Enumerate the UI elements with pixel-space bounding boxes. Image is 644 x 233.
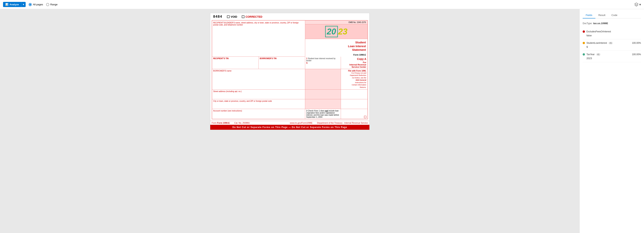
footer-form-name: Form Form 1098-E <box>212 122 230 124</box>
recipient-tin-box: RECIPIENT'S TIN <box>212 57 259 69</box>
right-top-section: OMB No. 1545-1576 20 23 Student Loan Int… <box>305 21 368 57</box>
box1-number: 1 <box>306 58 308 60</box>
field-badge-taxyear: #1 <box>596 53 600 56</box>
top-right-controls: ▾ <box>634 3 641 7</box>
range-radio[interactable] <box>46 3 49 6</box>
field-value-taxyear: 2023 <box>583 57 641 60</box>
privacy-text: For Privacy Act and Paperwork Reduction … <box>342 72 366 89</box>
borrower-tin-label: BORROWER'S TIN <box>260 58 304 60</box>
all-pages-option[interactable]: All pages <box>29 3 43 6</box>
borrower-name-label: BORROWER'S name <box>213 70 304 72</box>
statement-line2: Loan Interest <box>307 44 366 48</box>
privacy-line2: Paperwork Reduction <box>342 74 366 77</box>
statement-line1: Student <box>307 41 366 44</box>
box2-checkbox[interactable] <box>364 116 366 118</box>
recipient-lender-box: RECIPIENT'S/LENDER'S name, street addres… <box>212 21 305 57</box>
field-confidence-loan: 100.00% <box>632 42 641 44</box>
form-top-row: RECIPIENT'S/LENDER'S name, street addres… <box>212 21 368 57</box>
copy-a-label: Copy A <box>342 58 366 61</box>
svg-marker-0 <box>635 3 638 5</box>
account-box: Account number (see instructions) <box>212 109 305 119</box>
right-panel: Fields Result Code DocType: tax.us.1098E… <box>580 9 644 233</box>
do-not-cut-text: Do Not Cut or Separate Forms on This Pag… <box>232 126 347 129</box>
year-logo-box: 20 23 <box>305 24 368 39</box>
void-label: VOID <box>231 15 237 18</box>
loan-interest-label: 1 Student loan interest received by lend… <box>306 58 340 62</box>
analyze-button[interactable]: 📊 Analyze ▾ <box>3 2 26 7</box>
doc-type-value: tax.us.1098E <box>593 22 608 25</box>
tab-fields[interactable]: Fields <box>583 12 596 19</box>
footer-www: www.irs.gov/Form1098E <box>290 122 312 124</box>
box2-checkbox-area <box>341 109 368 119</box>
form-body: RECIPIENT'S/LENDER'S name, street addres… <box>212 20 368 119</box>
privacy-line5: Instructions for <box>342 81 366 84</box>
field-name-taxyear: TaxYear <box>586 53 594 56</box>
field-name-row-loan: StudentLoanInterest #1 100.00% <box>583 42 641 44</box>
tax-form: 8484 VOID CORRECTED RECIPIENT'S/LENDER'S… <box>210 13 370 130</box>
corrected-checkbox[interactable] <box>242 16 244 18</box>
doc-type-row: DocType: tax.us.1098E <box>583 22 641 25</box>
layers-control[interactable]: ▾ <box>634 3 641 7</box>
form-header: 8484 VOID CORRECTED <box>210 13 370 20</box>
form-id-number: 8484 <box>213 15 222 19</box>
field-excludes-fees: ExcludesFeesOrInterest false <box>583 28 641 39</box>
field-name-row-excludes: ExcludesFeesOrInterest <box>583 30 641 33</box>
field-name-row-taxyear: TaxYear #1 100.00% <box>583 53 641 56</box>
copy-a-for: For <box>342 61 366 64</box>
privacy-line7: Returns. <box>342 86 366 89</box>
recipient-lender-label: RECIPIENT'S/LENDER'S name, street addres… <box>213 22 299 26</box>
main-content: 8484 VOID CORRECTED RECIPIENT'S/LENDER'S… <box>0 9 644 233</box>
range-label: Range <box>50 3 58 6</box>
account-label: Account number (see instructions) <box>213 110 304 112</box>
footer-cat: Cat. No. 25088U <box>234 122 250 124</box>
city-empty-right <box>341 99 368 109</box>
copy-a-box: Copy A For Internal Revenue Service Cent… <box>341 57 368 69</box>
copy-a-irs-line2: Service Center <box>342 66 366 68</box>
city-label: City or town, state or province, country… <box>213 100 304 102</box>
footer-form-bold: Form 1098-E <box>217 122 230 124</box>
field-dot-green <box>583 53 585 56</box>
page-range-options: All pages Range <box>29 3 58 6</box>
field-name-loan: StudentLoanInterest <box>586 42 607 44</box>
statement-title: Student Loan Interest Statement <box>305 39 368 53</box>
file-with-box: File with Form 1096. For Privacy Act and… <box>341 69 368 89</box>
borrower-tin-box: BORROWER'S TIN <box>259 57 305 69</box>
account-row: Account number (see instructions) 2 Chec… <box>212 109 368 119</box>
street-label: Street address (including apt. no.) <box>213 90 304 92</box>
doc-type-label: DocType: <box>583 22 592 25</box>
do-not-cut-bar: Do Not Cut or Separate Forms on This Pag… <box>210 125 370 130</box>
corrected-checkbox-area: CORRECTED <box>242 15 262 18</box>
borrower-name-box: BORROWER'S name <box>212 69 305 89</box>
omb-number: OMB No. 1545-1576 <box>348 21 366 23</box>
privacy-line1: For Privacy Act and <box>342 72 366 74</box>
field-name-excludes: ExcludesFeesOrInterest <box>586 30 611 33</box>
range-option[interactable]: Range <box>46 3 58 6</box>
tab-code[interactable]: Code <box>608 12 620 19</box>
tab-result[interactable]: Result <box>596 12 608 19</box>
void-checkbox[interactable] <box>227 16 230 18</box>
chevron-down-icon: ▾ <box>639 3 641 7</box>
form-name-text: Form 1098-E <box>353 54 366 56</box>
field-dot-red <box>583 31 585 33</box>
box1-dollar: $ <box>306 62 340 64</box>
box2-area: 2 Check if box 1 does not include loan o… <box>305 109 341 119</box>
analyze-chevron[interactable]: ▾ <box>21 2 26 7</box>
city-row: City or town, state or province, country… <box>212 99 368 109</box>
privacy-line4: 2023 General <box>342 79 366 81</box>
form-name-display: Form 1098-E <box>305 53 368 57</box>
fields-list: ExcludesFeesOrInterest false StudentLoan… <box>583 28 641 62</box>
bar-chart-icon: 📊 <box>5 3 8 6</box>
field-tax-year: TaxYear #1 100.00% 2023 <box>583 51 641 62</box>
all-pages-radio[interactable] <box>29 3 32 6</box>
year-logo-20: 20 <box>325 26 338 37</box>
field-confidence-taxyear: 100.00% <box>632 53 641 56</box>
void-checkbox-area: VOID <box>227 15 237 18</box>
tin-row: RECIPIENT'S TIN BORROWER'S TIN 1 Student… <box>212 57 368 69</box>
document-area: 8484 VOID CORRECTED RECIPIENT'S/LENDER'S… <box>0 9 580 233</box>
analyze-label: Analyze <box>10 3 19 6</box>
city-box: City or town, state or province, country… <box>212 99 305 109</box>
box2-pre: Check if box 1 does <box>308 110 325 112</box>
field-dot-yellow <box>583 42 585 44</box>
corrected-label: CORRECTED <box>246 15 262 18</box>
omb-box: OMB No. 1545-1576 <box>305 21 368 24</box>
